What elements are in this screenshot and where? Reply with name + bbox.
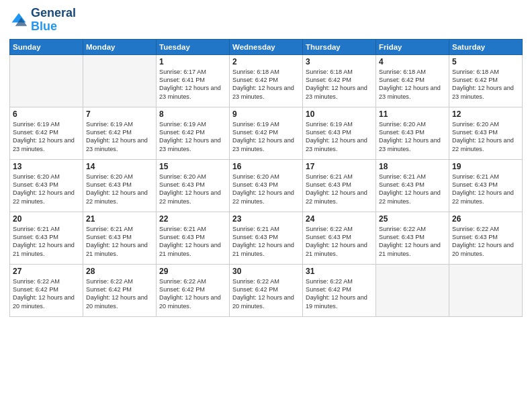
week-row-4: 27Sunrise: 6:22 AM Sunset: 6:42 PM Dayli… <box>10 264 523 316</box>
calendar-cell <box>83 54 157 107</box>
calendar-cell: 29Sunrise: 6:22 AM Sunset: 6:42 PM Dayli… <box>157 264 230 316</box>
day-number: 1 <box>159 57 226 66</box>
day-info: Sunrise: 6:21 AM Sunset: 6:43 PM Dayligh… <box>452 173 519 206</box>
day-number: 2 <box>232 57 300 66</box>
calendar-cell: 11Sunrise: 6:20 AM Sunset: 6:43 PM Dayli… <box>376 107 449 159</box>
day-info: Sunrise: 6:18 AM Sunset: 6:42 PM Dayligh… <box>379 68 446 101</box>
day-info: Sunrise: 6:18 AM Sunset: 6:42 PM Dayligh… <box>452 68 519 101</box>
calendar-cell: 2Sunrise: 6:18 AM Sunset: 6:42 PM Daylig… <box>230 54 303 107</box>
day-number: 26 <box>452 214 519 224</box>
day-number: 27 <box>13 267 80 276</box>
day-info: Sunrise: 6:17 AM Sunset: 6:41 PM Dayligh… <box>159 68 226 101</box>
day-number: 12 <box>452 109 519 119</box>
calendar-cell <box>376 264 449 316</box>
week-row-3: 20Sunrise: 6:21 AM Sunset: 6:43 PM Dayli… <box>10 212 523 264</box>
calendar-cell: 30Sunrise: 6:22 AM Sunset: 6:42 PM Dayli… <box>230 264 303 316</box>
calendar-cell: 25Sunrise: 6:22 AM Sunset: 6:43 PM Dayli… <box>376 212 449 264</box>
day-info: Sunrise: 6:22 AM Sunset: 6:42 PM Dayligh… <box>306 277 373 311</box>
day-info: Sunrise: 6:22 AM Sunset: 6:42 PM Dayligh… <box>159 277 226 311</box>
col-header-friday: Friday <box>376 39 449 54</box>
calendar-cell: 24Sunrise: 6:22 AM Sunset: 6:43 PM Dayli… <box>303 212 376 264</box>
day-info: Sunrise: 6:22 AM Sunset: 6:42 PM Dayligh… <box>13 277 80 311</box>
logo-icon <box>9 11 28 30</box>
calendar-cell: 9Sunrise: 6:19 AM Sunset: 6:42 PM Daylig… <box>230 107 303 159</box>
day-number: 17 <box>306 162 373 171</box>
calendar-cell: 22Sunrise: 6:21 AM Sunset: 6:43 PM Dayli… <box>157 212 230 264</box>
day-info: Sunrise: 6:21 AM Sunset: 6:43 PM Dayligh… <box>86 225 153 259</box>
col-header-wednesday: Wednesday <box>230 39 303 54</box>
day-info: Sunrise: 6:20 AM Sunset: 6:43 PM Dayligh… <box>379 120 446 154</box>
day-info: Sunrise: 6:20 AM Sunset: 6:43 PM Dayligh… <box>159 173 226 206</box>
day-number: 7 <box>86 109 153 119</box>
calendar-cell: 28Sunrise: 6:22 AM Sunset: 6:42 PM Dayli… <box>83 264 157 316</box>
calendar-cell: 7Sunrise: 6:19 AM Sunset: 6:42 PM Daylig… <box>83 107 157 159</box>
calendar-cell: 27Sunrise: 6:22 AM Sunset: 6:42 PM Dayli… <box>10 264 83 316</box>
calendar-cell: 17Sunrise: 6:21 AM Sunset: 6:43 PM Dayli… <box>303 159 376 212</box>
header: General Blue <box>9 7 523 34</box>
day-info: Sunrise: 6:22 AM Sunset: 6:42 PM Dayligh… <box>86 277 153 311</box>
day-info: Sunrise: 6:19 AM Sunset: 6:43 PM Dayligh… <box>306 120 373 154</box>
day-number: 9 <box>232 109 300 119</box>
page: General Blue SundayMondayTuesdayWednesda… <box>0 0 532 411</box>
calendar-cell: 5Sunrise: 6:18 AM Sunset: 6:42 PM Daylig… <box>449 54 523 107</box>
calendar-table: SundayMondayTuesdayWednesdayThursdayFrid… <box>9 39 523 317</box>
calendar-cell: 10Sunrise: 6:19 AM Sunset: 6:43 PM Dayli… <box>303 107 376 159</box>
day-number: 6 <box>13 109 80 119</box>
day-number: 24 <box>306 214 373 224</box>
col-header-sunday: Sunday <box>10 39 83 54</box>
day-number: 3 <box>306 57 373 66</box>
calendar-cell: 8Sunrise: 6:19 AM Sunset: 6:42 PM Daylig… <box>157 107 230 159</box>
day-number: 30 <box>232 267 300 276</box>
calendar-cell: 20Sunrise: 6:21 AM Sunset: 6:43 PM Dayli… <box>10 212 83 264</box>
week-row-0: 1Sunrise: 6:17 AM Sunset: 6:41 PM Daylig… <box>10 54 523 107</box>
week-row-1: 6Sunrise: 6:19 AM Sunset: 6:42 PM Daylig… <box>10 107 523 159</box>
day-info: Sunrise: 6:19 AM Sunset: 6:42 PM Dayligh… <box>232 120 300 154</box>
col-header-thursday: Thursday <box>303 39 376 54</box>
day-number: 15 <box>159 162 226 171</box>
calendar-cell: 12Sunrise: 6:20 AM Sunset: 6:43 PM Dayli… <box>449 107 523 159</box>
day-number: 23 <box>232 214 300 224</box>
calendar-cell: 3Sunrise: 6:18 AM Sunset: 6:42 PM Daylig… <box>303 54 376 107</box>
calendar-cell: 18Sunrise: 6:21 AM Sunset: 6:43 PM Dayli… <box>376 159 449 212</box>
day-info: Sunrise: 6:21 AM Sunset: 6:43 PM Dayligh… <box>379 173 446 206</box>
day-number: 21 <box>86 214 153 224</box>
calendar-cell: 6Sunrise: 6:19 AM Sunset: 6:42 PM Daylig… <box>10 107 83 159</box>
day-info: Sunrise: 6:22 AM Sunset: 6:43 PM Dayligh… <box>379 225 446 259</box>
day-number: 28 <box>86 267 153 276</box>
col-header-monday: Monday <box>83 39 157 54</box>
logo-blue: Blue <box>31 20 76 34</box>
day-number: 16 <box>232 162 300 171</box>
day-number: 4 <box>379 57 446 66</box>
day-info: Sunrise: 6:18 AM Sunset: 6:42 PM Dayligh… <box>306 68 373 101</box>
day-number: 8 <box>159 109 226 119</box>
day-info: Sunrise: 6:20 AM Sunset: 6:43 PM Dayligh… <box>452 120 519 154</box>
day-number: 19 <box>452 162 519 171</box>
logo: General Blue <box>9 7 76 34</box>
calendar-cell: 19Sunrise: 6:21 AM Sunset: 6:43 PM Dayli… <box>449 159 523 212</box>
day-info: Sunrise: 6:20 AM Sunset: 6:43 PM Dayligh… <box>13 173 80 206</box>
calendar-cell <box>10 54 83 107</box>
logo-general: General <box>31 7 76 20</box>
day-info: Sunrise: 6:19 AM Sunset: 6:42 PM Dayligh… <box>86 120 153 154</box>
day-number: 22 <box>159 214 226 224</box>
day-info: Sunrise: 6:22 AM Sunset: 6:42 PM Dayligh… <box>232 277 300 311</box>
day-info: Sunrise: 6:21 AM Sunset: 6:43 PM Dayligh… <box>232 225 300 259</box>
day-number: 13 <box>13 162 80 171</box>
day-info: Sunrise: 6:20 AM Sunset: 6:43 PM Dayligh… <box>232 173 300 206</box>
calendar-cell: 15Sunrise: 6:20 AM Sunset: 6:43 PM Dayli… <box>157 159 230 212</box>
calendar-cell: 31Sunrise: 6:22 AM Sunset: 6:42 PM Dayli… <box>303 264 376 316</box>
day-number: 31 <box>306 267 373 276</box>
calendar-cell <box>449 264 523 316</box>
calendar-cell: 26Sunrise: 6:22 AM Sunset: 6:43 PM Dayli… <box>449 212 523 264</box>
day-number: 14 <box>86 162 153 171</box>
col-header-tuesday: Tuesday <box>157 39 230 54</box>
day-info: Sunrise: 6:22 AM Sunset: 6:43 PM Dayligh… <box>306 225 373 259</box>
day-info: Sunrise: 6:18 AM Sunset: 6:42 PM Dayligh… <box>232 68 300 101</box>
day-info: Sunrise: 6:21 AM Sunset: 6:43 PM Dayligh… <box>159 225 226 259</box>
day-number: 29 <box>159 267 226 276</box>
col-header-saturday: Saturday <box>449 39 523 54</box>
week-row-2: 13Sunrise: 6:20 AM Sunset: 6:43 PM Dayli… <box>10 159 523 212</box>
calendar-cell: 1Sunrise: 6:17 AM Sunset: 6:41 PM Daylig… <box>157 54 230 107</box>
calendar-cell: 13Sunrise: 6:20 AM Sunset: 6:43 PM Dayli… <box>10 159 83 212</box>
calendar-header-row: SundayMondayTuesdayWednesdayThursdayFrid… <box>10 39 523 54</box>
